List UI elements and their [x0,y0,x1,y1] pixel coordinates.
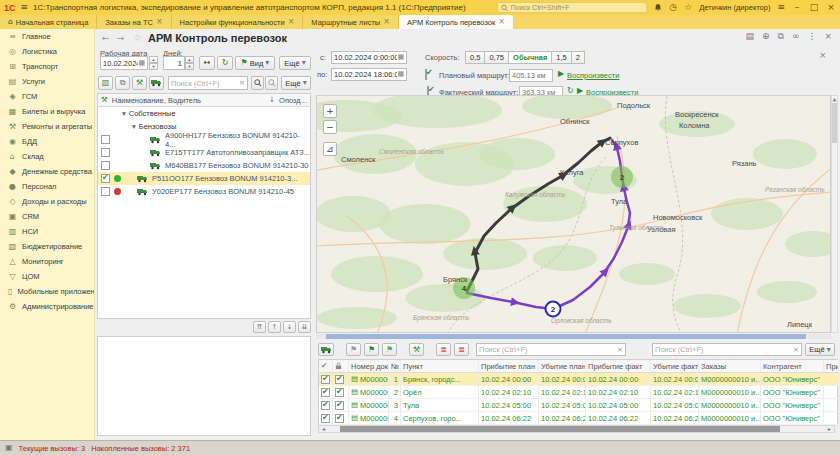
work-date-stepper[interactable]: ▴ ▾ [149,56,158,70]
days-field[interactable]: 1 [163,56,185,70]
vehicle-checkbox[interactable] [101,187,110,196]
sidebar-item-3[interactable]: ▤Услуги [0,74,94,89]
to-field[interactable]: ▦ [331,68,407,81]
table-row[interactable]: ▤М00000000073Тула10.02.24 05:0010.02.24 … [319,399,837,412]
globe-icon[interactable]: ⊕ [762,32,770,41]
delay-column-header[interactable]: Опозд... [279,96,307,105]
window-icon[interactable]: ⧉ [778,32,784,41]
col-doc[interactable]: Номер документа [349,360,389,373]
more-dots-icon[interactable]: ⋮ [807,32,816,41]
favorites-icon[interactable]: ☆ [684,3,692,12]
sidebar-item-14[interactable]: ▧Бюджетирование [0,239,94,254]
spin-up-icon[interactable]: ▴ [185,56,194,63]
from-input[interactable] [334,53,397,62]
sidebar-item-0[interactable]: ≡Главное [0,29,94,44]
to-input[interactable] [334,70,397,79]
map-horizontal-scrollbar[interactable] [316,334,831,339]
sidebar-item-8[interactable]: ⌂Склад [0,149,94,164]
tab-orders[interactable]: Заказы на ТС × [97,15,171,29]
flag-all-button[interactable]: ⚑ [346,343,361,356]
sidebar-item-15[interactable]: △Мониторинг [0,254,94,269]
speed-0-5[interactable]: 0,5 [465,51,485,64]
close-window-button[interactable]: × [826,3,836,12]
sidebar-item-18[interactable]: ⚙Администрирование [0,299,94,314]
global-search-input[interactable] [511,4,644,11]
sidebar-item-17[interactable]: ▯Мобильные приложения [0,284,94,299]
spin-down-icon[interactable]: ▾ [185,63,194,70]
play-actual-icon[interactable]: ▶ [577,87,583,95]
col-num[interactable]: № [389,360,401,373]
clear-search-icon[interactable]: × [793,346,799,354]
list-numbered-button[interactable]: ≣ [454,343,469,356]
col-arr-plan[interactable]: Прибытие план [479,360,539,373]
tab-transport-control[interactable]: АРМ Контроль перевозок × [399,15,514,29]
move-bottom-button[interactable]: ⇊ [298,321,311,333]
row-lock-checkbox[interactable] [335,388,344,397]
tab-route-sheets[interactable]: Маршрутные листы × [303,15,399,29]
map-zoom-in-button[interactable]: + [323,104,337,118]
map-layers-button[interactable]: ▧ [98,76,113,90]
link-icon[interactable]: ∞ [792,32,800,41]
vehicle-checkbox[interactable] [101,174,110,183]
move-down-button[interactable]: ↓ [283,321,296,333]
sidebar-item-11[interactable]: ◇Доходы и расходы [0,194,94,209]
row-checkbox[interactable] [321,414,330,423]
view-button[interactable]: ⚑ Вид ▾ [235,56,275,70]
vehicle-row[interactable]: М640ВВ177 Бензовоз BONUM 914210-30 [98,159,310,172]
flag-on-button[interactable]: ⚑ [364,343,379,356]
close-form-icon[interactable]: × [824,32,832,41]
more-button-tree[interactable]: Ещё ▾ [281,76,311,90]
col-trailer[interactable]: Прице... [824,360,839,373]
table-filter-field[interactable]: × [476,343,626,356]
row-checkbox[interactable] [321,388,330,397]
map-zoom-out-button[interactable]: − [323,120,337,134]
search-button[interactable] [251,76,264,90]
map-vertical-scrollbar[interactable]: ▲ [831,95,838,333]
copy-button[interactable]: ⧉ [115,76,130,90]
vehicle-checkbox[interactable] [101,148,110,157]
sidebar-item-4[interactable]: ◈ГСМ [0,89,94,104]
vehicle-checkbox[interactable] [101,161,110,170]
history-icon[interactable]: ◷ [669,3,677,12]
vehicle-search-input[interactable] [171,79,239,88]
user-name[interactable]: Детичкин (директор) [699,3,770,12]
calendar-icon[interactable]: ▦ [397,71,404,78]
clear-search-icon[interactable]: × [617,346,623,354]
days-stepper[interactable]: ▴ ▾ [185,56,194,70]
sidebar-item-2[interactable]: ⊞Транспорт [0,59,94,74]
play-planned-link[interactable]: Воспроизвести [567,71,619,80]
vehicle-row-selected[interactable]: Р511ОО177 Бензовоз BONUM 914210-3... [98,172,310,185]
table-row[interactable]: ▤М00000000074Серпухов, горо...10.02.24 0… [319,412,837,425]
row-lock-checkbox[interactable] [335,401,344,410]
more-button-top[interactable]: Ещё ▾ [279,56,311,70]
table-filter-input[interactable] [479,345,617,354]
expand-icon[interactable]: ▾ [122,110,126,118]
col-point[interactable]: Пункт [401,360,479,373]
vehicle-group-button[interactable] [149,76,164,90]
expand-icon[interactable]: ▾ [132,123,136,131]
scroll-up-icon[interactable]: ▲ [833,97,837,102]
close-tab-icon[interactable]: × [288,18,295,26]
close-tab-icon[interactable]: × [156,18,163,26]
global-search[interactable] [497,2,647,13]
reports-icon[interactable]: ▤ [745,32,754,41]
vehicle-row[interactable]: Е715ТТ177 Автотопливозаправщик АТЗ... [98,146,310,159]
forward-button[interactable]: → [114,32,127,44]
clear-search-icon[interactable]: × [239,79,245,87]
speed-normal[interactable]: Обычная [509,51,552,64]
table-header[interactable]: ✔ Номер документа № Пункт Прибытие план … [319,360,837,373]
speed-0-75[interactable]: 0,75 [485,51,509,64]
sidebar-item-7[interactable]: ◉БДД [0,134,94,149]
work-date-field[interactable]: ▦ [100,56,148,70]
close-panel-icon[interactable]: × [819,51,827,60]
work-date-input[interactable] [103,59,138,68]
scroll-left-icon[interactable]: ◂ [319,425,328,433]
tree-group-own[interactable]: ▾ Собственные [98,107,310,120]
notifications-icon[interactable] [654,3,662,12]
refresh-button[interactable]: ↻ [217,56,233,70]
spin-down-icon[interactable]: ▾ [149,63,158,70]
service-menu-icon[interactable]: ≡ [777,3,785,12]
vehicle-checkbox[interactable] [101,135,110,144]
list-view-button[interactable]: ≣ [436,343,451,356]
move-up-button[interactable]: ↑ [268,321,281,333]
